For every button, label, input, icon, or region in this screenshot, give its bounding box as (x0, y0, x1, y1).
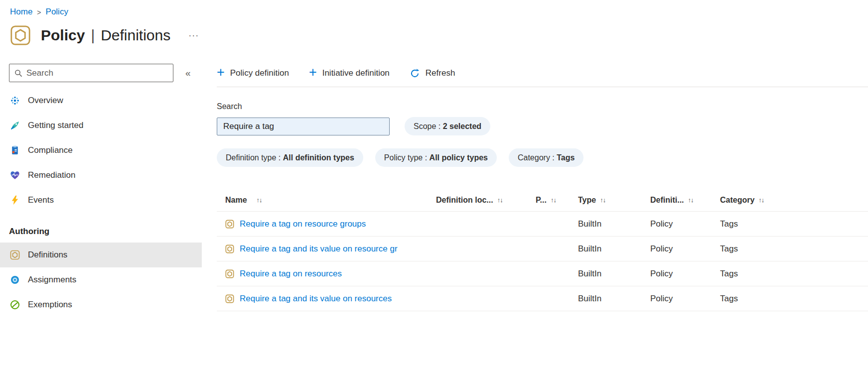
getting-started-icon (10, 121, 20, 130)
breadcrumb-home-link[interactable]: Home (10, 7, 32, 17)
plus-icon: + (217, 67, 225, 77)
cell-definition-type: Policy (650, 219, 720, 229)
search-icon (14, 69, 22, 77)
sidebar-item-getting-started[interactable]: Getting started (0, 113, 202, 138)
sidebar-item-compliance[interactable]: Compliance (0, 138, 202, 163)
sort-icon: ↑↓ (551, 196, 556, 204)
filter-row-2: Definition type : All definition types P… (217, 148, 868, 167)
remediation-icon (10, 170, 20, 180)
column-header-name[interactable]: Name ↑↓ (217, 196, 436, 205)
initiative-definition-button[interactable]: + Initiative definition (309, 68, 390, 78)
definition-link[interactable]: Require a tag and its value on resources (240, 294, 392, 304)
refresh-icon (410, 68, 420, 79)
column-header-label: Type (578, 196, 596, 205)
cell-type: BuiltIn (578, 294, 650, 304)
pill-name: Definition type (226, 153, 276, 162)
sidebar-item-label: Exemptions (28, 300, 72, 310)
column-header-category[interactable]: Category ↑↓ (720, 196, 868, 205)
cell-name: Require a tag and its value on resources (217, 294, 436, 304)
filter-pill-category[interactable]: Category : Tags (509, 148, 583, 167)
filter-pill-scope[interactable]: Scope : 2 selected (405, 117, 490, 135)
page-title: Policy | Definitions (41, 27, 170, 44)
plus-icon: + (309, 67, 317, 77)
column-header-definition-location[interactable]: Definition loc... ↑↓ (436, 196, 536, 205)
sidebar-item-label: Definitions (28, 250, 67, 260)
column-header-type[interactable]: Type ↑↓ (578, 196, 650, 205)
policy-icon (10, 25, 31, 46)
pill-value: Tags (557, 153, 575, 162)
refresh-button-label: Refresh (426, 68, 455, 78)
sidebar-item-definitions[interactable]: Definitions (0, 243, 202, 267)
events-icon (10, 195, 20, 205)
column-header-label: Definition loc... (436, 196, 493, 205)
page-title-separator: | (91, 27, 95, 44)
table-row: Require a tag and its value on resource … (217, 237, 868, 261)
pill-value: All policy types (430, 153, 488, 162)
column-header-policies[interactable]: P... ↑↓ (536, 196, 578, 205)
cell-name: Require a tag on resources (217, 269, 436, 279)
cell-name: Require a tag on resource groups (217, 219, 436, 229)
table-row: Require a tag on resources BuiltIn Polic… (217, 261, 868, 286)
pill-separator: : (276, 153, 283, 162)
sidebar-item-remediation[interactable]: Remediation (0, 163, 202, 188)
page-title-service: Policy (41, 27, 85, 44)
policy-definition-icon (225, 269, 234, 278)
table-header: Name ↑↓ Definition loc... ↑↓ P... ↑↓ Typ… (217, 189, 868, 212)
cell-category: Tags (720, 269, 868, 279)
breadcrumb: Home > Policy (0, 0, 868, 17)
cell-definition-type: Policy (650, 244, 720, 254)
filter-pill-policy-type[interactable]: Policy type : All policy types (375, 148, 497, 167)
pill-separator: : (423, 153, 429, 162)
sidebar: « Overview (0, 64, 202, 317)
sort-icon: ↑↓ (257, 196, 262, 204)
more-options-button[interactable]: ··· (188, 30, 199, 41)
main-panel: + Policy definition + Initiative definit… (202, 64, 868, 311)
column-header-definition-type[interactable]: Definiti... ↑↓ (650, 196, 720, 205)
sort-icon: ↑↓ (688, 196, 694, 204)
column-header-label: P... (536, 196, 547, 205)
sidebar-item-assignments[interactable]: Assignments (0, 267, 202, 292)
cell-name: Require a tag and its value on resource … (217, 244, 436, 254)
toolbar-divider (217, 87, 868, 87)
pill-name: Policy type (384, 153, 423, 162)
sidebar-item-exemptions[interactable]: Exemptions (0, 292, 202, 317)
definitions-icon (10, 250, 20, 260)
definition-link[interactable]: Require a tag on resource groups (240, 219, 366, 229)
sidebar-item-label: Overview (28, 96, 63, 106)
refresh-button[interactable]: Refresh (410, 68, 455, 79)
sort-icon: ↑↓ (497, 196, 503, 204)
column-header-label: Name (225, 196, 247, 205)
cell-definition-type: Policy (650, 269, 720, 279)
initiative-definition-button-label: Initiative definition (322, 68, 390, 78)
assignments-icon (10, 275, 20, 285)
sidebar-search-input[interactable] (26, 68, 168, 78)
sidebar-nav: Overview Getting started (0, 88, 202, 317)
policy-definition-button-label: Policy definition (230, 68, 289, 78)
cell-type: BuiltIn (578, 269, 650, 279)
definition-link[interactable]: Require a tag and its value on resource … (240, 244, 398, 254)
exemptions-icon (10, 300, 20, 310)
filter-pill-definition-type[interactable]: Definition type : All definition types (217, 148, 363, 167)
pill-value: 2 selected (443, 122, 481, 131)
page-header: Policy | Definitions ··· (10, 25, 868, 46)
policy-definition-icon (225, 294, 234, 303)
collapse-sidebar-button[interactable]: « (185, 68, 191, 79)
definition-link[interactable]: Require a tag on resources (240, 269, 342, 279)
sidebar-item-overview[interactable]: Overview (0, 88, 202, 113)
cell-type: BuiltIn (578, 244, 650, 254)
search-filter-input[interactable] (217, 118, 390, 135)
pill-separator: : (436, 122, 442, 131)
cell-category: Tags (720, 244, 868, 254)
policy-definition-button[interactable]: + Policy definition (217, 68, 289, 78)
search-filter-label: Search (217, 102, 868, 111)
content: « Overview (0, 64, 868, 317)
sidebar-item-label: Getting started (28, 121, 84, 130)
sidebar-item-events[interactable]: Events (0, 188, 202, 213)
pill-name: Category (518, 153, 550, 162)
command-bar: + Policy definition + Initiative definit… (217, 64, 868, 83)
sidebar-item-label: Remediation (28, 170, 75, 180)
breadcrumb-policy-link[interactable]: Policy (46, 7, 68, 17)
column-header-label: Category (720, 196, 754, 205)
definitions-table: Name ↑↓ Definition loc... ↑↓ P... ↑↓ Typ… (217, 189, 868, 311)
policy-definition-icon (225, 220, 234, 229)
